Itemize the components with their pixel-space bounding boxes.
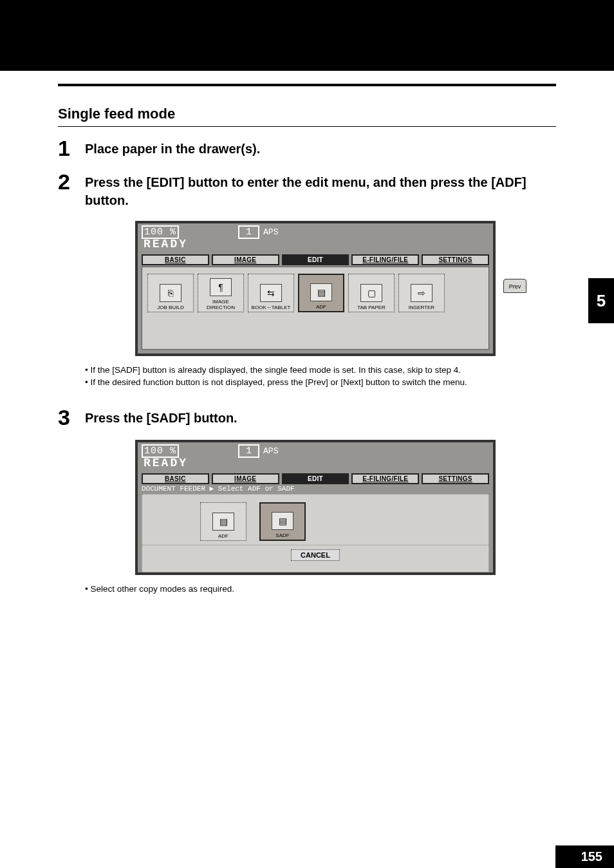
tab-efiling-file[interactable]: E-FILING/FILE: [351, 473, 419, 484]
sadf-icon: ▤: [272, 512, 293, 530]
step-3-notes: Select other copy modes as required.: [58, 584, 556, 594]
top-rule: [58, 84, 556, 86]
tab-efiling-file[interactable]: E-FILING/FILE: [351, 254, 419, 265]
paper-mode: APS: [263, 446, 278, 456]
adf-button[interactable]: ▤ ADF: [298, 274, 344, 312]
step-number: 2: [58, 171, 77, 193]
screenshot-tabs: BASIC IMAGE EDIT E-FILING/FILE SETTINGS: [138, 471, 493, 486]
tab-settings[interactable]: SETTINGS: [422, 473, 489, 484]
device-screenshot-2: 100 % 1 APS READY BASIC IMAGE EDIT E-FIL…: [135, 440, 496, 575]
step-1: 1 Place paper in the drawer(s).: [58, 137, 556, 159]
tab-edit[interactable]: EDIT: [282, 473, 349, 484]
button-label: TAB PAPER: [357, 305, 386, 310]
device-screenshot-1: 100 % 1 APS READY BASIC IMAGE EDIT E-FIL…: [135, 221, 496, 356]
screenshot-tabs: BASIC IMAGE EDIT E-FILING/FILE SETTINGS: [138, 252, 493, 267]
prev-button[interactable]: Prev: [503, 279, 526, 293]
adf-button[interactable]: ▤ ADF: [200, 502, 247, 541]
image-direction-icon: ¶: [210, 278, 232, 296]
note-item: Select other copy modes as required.: [85, 584, 556, 594]
note-item: If the desired function button is not di…: [85, 377, 556, 387]
book-tablet-button[interactable]: ⇆ BOOK↔TABLET: [248, 274, 294, 312]
sadf-button[interactable]: ▤ SADF: [259, 502, 306, 541]
inserter-button[interactable]: ⇨ INSERTER: [398, 274, 445, 312]
screenshot-body: ⎘ JOB BUILD ¶ IMAGE DIRECTION ⇆ BOOK↔TAB…: [142, 267, 489, 350]
step-2: 2 Press the [EDIT] button to enter the e…: [58, 171, 556, 209]
document-feeder-prompt: DOCUMENT FEEDER ▶ Select ADF or SADF: [138, 484, 493, 493]
screenshot-inner: 100 % 1 APS READY BASIC IMAGE EDIT E-FIL…: [138, 223, 493, 354]
button-label: BOOK↔TABLET: [252, 305, 291, 310]
button-label: SADF: [275, 533, 289, 538]
chapter-tab: 5: [588, 278, 614, 323]
tab-settings[interactable]: SETTINGS: [422, 254, 489, 265]
book-tablet-icon: ⇆: [260, 284, 282, 302]
button-label: ADF: [316, 304, 326, 310]
job-build-button[interactable]: ⎘ JOB BUILD: [147, 274, 194, 312]
page-number: 155: [555, 845, 614, 868]
tab-edit[interactable]: EDIT: [282, 254, 349, 265]
tab-image[interactable]: IMAGE: [212, 473, 279, 484]
copy-quantity: 1: [238, 225, 259, 239]
step-number: 1: [58, 137, 77, 159]
tab-basic[interactable]: BASIC: [142, 473, 209, 484]
adf-icon: ▤: [212, 513, 234, 531]
cancel-row: CANCEL: [142, 545, 488, 564]
header-black-bar: [0, 0, 614, 71]
screenshot-status-bar: 100 % 1 APS READY: [138, 223, 493, 252]
step-text: Press the [EDIT] button to enter the edi…: [85, 171, 556, 209]
screenshot-body: ▤ ADF ▤ SADF CANCEL: [142, 494, 489, 572]
ready-status: READY: [142, 238, 489, 250]
button-label: IMAGE DIRECTION: [198, 299, 243, 310]
screenshot-status-bar: 100 % 1 APS READY: [138, 442, 493, 471]
step-3: 3 Press the [SADF] button.: [58, 406, 556, 428]
note-item: If the [SADF] button is already displaye…: [85, 365, 556, 375]
tab-image[interactable]: IMAGE: [212, 254, 279, 265]
ready-status: READY: [142, 457, 489, 469]
tab-basic[interactable]: BASIC: [142, 254, 209, 265]
step-number: 3: [58, 406, 77, 428]
tab-paper-icon: ▢: [360, 284, 382, 302]
inserter-icon: ⇨: [411, 284, 433, 302]
cancel-button[interactable]: CANCEL: [291, 549, 340, 561]
image-direction-button[interactable]: ¶ IMAGE DIRECTION: [198, 274, 244, 312]
copy-quantity: 1: [238, 444, 259, 458]
adf-icon: ▤: [310, 283, 332, 301]
tab-paper-button[interactable]: ▢ TAB PAPER: [348, 274, 395, 312]
zoom-percent: 100 %: [142, 225, 179, 239]
step-text: Place paper in the drawer(s).: [85, 137, 260, 158]
section-title: Single feed mode: [58, 106, 556, 127]
button-label: INSERTER: [409, 305, 434, 310]
step-text: Press the [SADF] button.: [85, 406, 237, 427]
page-content: Single feed mode 1 Place paper in the dr…: [0, 71, 614, 594]
button-label: ADF: [218, 533, 228, 539]
button-label: JOB BUILD: [157, 305, 183, 310]
zoom-percent: 100 %: [142, 444, 179, 458]
job-build-icon: ⎘: [160, 284, 181, 302]
screenshot-inner: 100 % 1 APS READY BASIC IMAGE EDIT E-FIL…: [138, 442, 493, 572]
paper-mode: APS: [263, 227, 278, 237]
step-2-notes: If the [SADF] button is already displaye…: [58, 365, 556, 387]
